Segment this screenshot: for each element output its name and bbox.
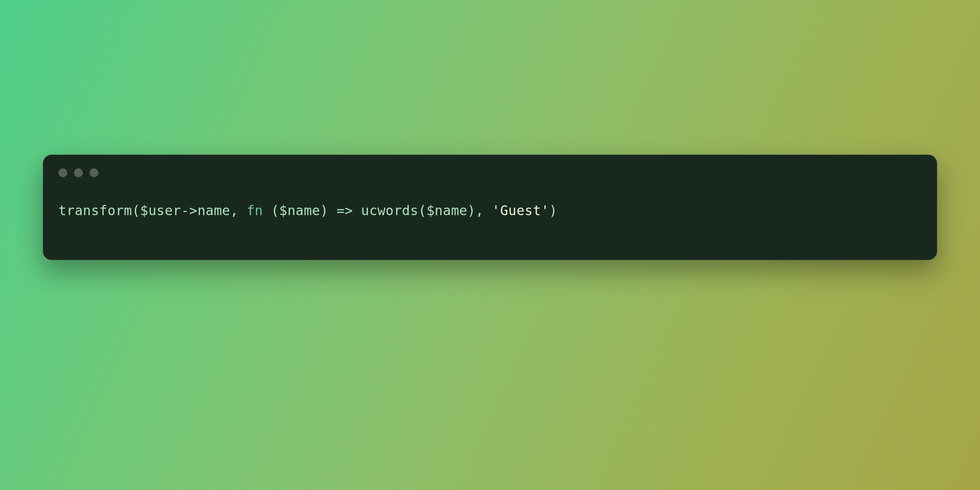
- code-token-fat-arrow: =>: [336, 203, 353, 218]
- code-token-variable: $user: [140, 203, 181, 218]
- code-content: transform($user->name, fn ($name) => ucw…: [43, 182, 937, 260]
- code-token-space: [353, 203, 361, 218]
- close-icon[interactable]: [58, 168, 67, 177]
- code-token-string: 'Guest': [492, 203, 549, 218]
- minimize-icon[interactable]: [74, 168, 83, 177]
- window-titlebar: [43, 155, 937, 182]
- code-token-paren-close: ): [467, 203, 475, 218]
- code-token-property: name: [197, 203, 230, 218]
- code-token-comma: ,: [476, 203, 492, 218]
- code-token-function: transform: [58, 203, 132, 218]
- code-window: transform($user->name, fn ($name) => ucw…: [43, 155, 937, 260]
- code-token-paren-open: (: [418, 203, 426, 218]
- maximize-icon[interactable]: [90, 168, 98, 177]
- code-token-variable: $name: [426, 203, 467, 218]
- code-token-variable: $name: [279, 203, 320, 218]
- code-token-paren-close: ): [320, 203, 337, 218]
- code-token-paren-open: (: [132, 203, 140, 218]
- code-token-arrow: ->: [181, 203, 197, 218]
- code-token-comma: ,: [230, 203, 247, 218]
- code-token-paren-open: (: [263, 203, 279, 218]
- code-token-paren-close: ): [549, 203, 557, 218]
- code-token-function: ucwords: [361, 203, 419, 218]
- code-token-keyword: fn: [246, 203, 263, 218]
